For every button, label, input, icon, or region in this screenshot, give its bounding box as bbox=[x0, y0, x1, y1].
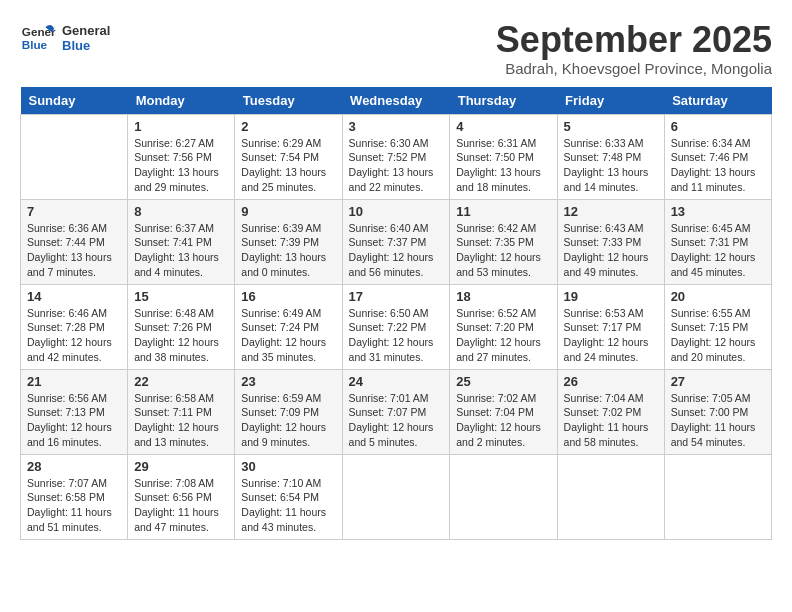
day-header-saturday: Saturday bbox=[664, 87, 771, 115]
calendar-cell: 21Sunrise: 6:56 AMSunset: 7:13 PMDayligh… bbox=[21, 369, 128, 454]
calendar-cell: 1Sunrise: 6:27 AMSunset: 7:56 PMDaylight… bbox=[128, 114, 235, 199]
date-number: 6 bbox=[671, 119, 765, 134]
calendar-cell bbox=[342, 454, 450, 539]
calendar-cell bbox=[557, 454, 664, 539]
date-number: 19 bbox=[564, 289, 658, 304]
cell-info: Sunrise: 7:10 AMSunset: 6:54 PMDaylight:… bbox=[241, 476, 335, 535]
logo-general: General bbox=[62, 23, 110, 38]
cell-info: Sunrise: 7:07 AMSunset: 6:58 PMDaylight:… bbox=[27, 476, 121, 535]
date-number: 26 bbox=[564, 374, 658, 389]
cell-info: Sunrise: 6:37 AMSunset: 7:41 PMDaylight:… bbox=[134, 221, 228, 280]
day-header-monday: Monday bbox=[128, 87, 235, 115]
month-title: September 2025 bbox=[496, 20, 772, 60]
cell-info: Sunrise: 6:55 AMSunset: 7:15 PMDaylight:… bbox=[671, 306, 765, 365]
cell-info: Sunrise: 6:31 AMSunset: 7:50 PMDaylight:… bbox=[456, 136, 550, 195]
date-number: 12 bbox=[564, 204, 658, 219]
day-header-wednesday: Wednesday bbox=[342, 87, 450, 115]
calendar-cell: 27Sunrise: 7:05 AMSunset: 7:00 PMDayligh… bbox=[664, 369, 771, 454]
date-number: 29 bbox=[134, 459, 228, 474]
calendar-table: SundayMondayTuesdayWednesdayThursdayFrid… bbox=[20, 87, 772, 540]
week-row-5: 28Sunrise: 7:07 AMSunset: 6:58 PMDayligh… bbox=[21, 454, 772, 539]
date-number: 11 bbox=[456, 204, 550, 219]
date-number: 24 bbox=[349, 374, 444, 389]
cell-info: Sunrise: 6:58 AMSunset: 7:11 PMDaylight:… bbox=[134, 391, 228, 450]
page-header: General Blue General Blue September 2025… bbox=[20, 20, 772, 77]
calendar-cell bbox=[664, 454, 771, 539]
calendar-cell: 24Sunrise: 7:01 AMSunset: 7:07 PMDayligh… bbox=[342, 369, 450, 454]
date-number: 16 bbox=[241, 289, 335, 304]
calendar-cell: 15Sunrise: 6:48 AMSunset: 7:26 PMDayligh… bbox=[128, 284, 235, 369]
cell-info: Sunrise: 6:49 AMSunset: 7:24 PMDaylight:… bbox=[241, 306, 335, 365]
cell-info: Sunrise: 6:36 AMSunset: 7:44 PMDaylight:… bbox=[27, 221, 121, 280]
date-number: 15 bbox=[134, 289, 228, 304]
calendar-cell: 9Sunrise: 6:39 AMSunset: 7:39 PMDaylight… bbox=[235, 199, 342, 284]
cell-info: Sunrise: 7:02 AMSunset: 7:04 PMDaylight:… bbox=[456, 391, 550, 450]
day-header-friday: Friday bbox=[557, 87, 664, 115]
calendar-cell: 4Sunrise: 6:31 AMSunset: 7:50 PMDaylight… bbox=[450, 114, 557, 199]
date-number: 20 bbox=[671, 289, 765, 304]
cell-info: Sunrise: 7:05 AMSunset: 7:00 PMDaylight:… bbox=[671, 391, 765, 450]
calendar-cell: 6Sunrise: 6:34 AMSunset: 7:46 PMDaylight… bbox=[664, 114, 771, 199]
cell-info: Sunrise: 7:04 AMSunset: 7:02 PMDaylight:… bbox=[564, 391, 658, 450]
week-row-2: 7Sunrise: 6:36 AMSunset: 7:44 PMDaylight… bbox=[21, 199, 772, 284]
date-number: 10 bbox=[349, 204, 444, 219]
date-number: 21 bbox=[27, 374, 121, 389]
calendar-cell: 8Sunrise: 6:37 AMSunset: 7:41 PMDaylight… bbox=[128, 199, 235, 284]
date-number: 27 bbox=[671, 374, 765, 389]
date-number: 17 bbox=[349, 289, 444, 304]
day-header-sunday: Sunday bbox=[21, 87, 128, 115]
calendar-cell: 13Sunrise: 6:45 AMSunset: 7:31 PMDayligh… bbox=[664, 199, 771, 284]
calendar-cell: 26Sunrise: 7:04 AMSunset: 7:02 PMDayligh… bbox=[557, 369, 664, 454]
cell-info: Sunrise: 6:42 AMSunset: 7:35 PMDaylight:… bbox=[456, 221, 550, 280]
cell-info: Sunrise: 6:29 AMSunset: 7:54 PMDaylight:… bbox=[241, 136, 335, 195]
cell-info: Sunrise: 6:59 AMSunset: 7:09 PMDaylight:… bbox=[241, 391, 335, 450]
cell-info: Sunrise: 6:30 AMSunset: 7:52 PMDaylight:… bbox=[349, 136, 444, 195]
cell-info: Sunrise: 6:56 AMSunset: 7:13 PMDaylight:… bbox=[27, 391, 121, 450]
date-number: 25 bbox=[456, 374, 550, 389]
calendar-cell: 7Sunrise: 6:36 AMSunset: 7:44 PMDaylight… bbox=[21, 199, 128, 284]
calendar-cell: 20Sunrise: 6:55 AMSunset: 7:15 PMDayligh… bbox=[664, 284, 771, 369]
calendar-cell: 29Sunrise: 7:08 AMSunset: 6:56 PMDayligh… bbox=[128, 454, 235, 539]
logo-icon: General Blue bbox=[20, 20, 56, 56]
week-row-4: 21Sunrise: 6:56 AMSunset: 7:13 PMDayligh… bbox=[21, 369, 772, 454]
day-header-tuesday: Tuesday bbox=[235, 87, 342, 115]
date-number: 5 bbox=[564, 119, 658, 134]
date-number: 3 bbox=[349, 119, 444, 134]
calendar-cell: 30Sunrise: 7:10 AMSunset: 6:54 PMDayligh… bbox=[235, 454, 342, 539]
week-row-1: 1Sunrise: 6:27 AMSunset: 7:56 PMDaylight… bbox=[21, 114, 772, 199]
calendar-cell: 5Sunrise: 6:33 AMSunset: 7:48 PMDaylight… bbox=[557, 114, 664, 199]
header-row: SundayMondayTuesdayWednesdayThursdayFrid… bbox=[21, 87, 772, 115]
calendar-cell bbox=[21, 114, 128, 199]
cell-info: Sunrise: 6:34 AMSunset: 7:46 PMDaylight:… bbox=[671, 136, 765, 195]
cell-info: Sunrise: 6:33 AMSunset: 7:48 PMDaylight:… bbox=[564, 136, 658, 195]
cell-info: Sunrise: 6:46 AMSunset: 7:28 PMDaylight:… bbox=[27, 306, 121, 365]
calendar-cell: 19Sunrise: 6:53 AMSunset: 7:17 PMDayligh… bbox=[557, 284, 664, 369]
cell-info: Sunrise: 6:48 AMSunset: 7:26 PMDaylight:… bbox=[134, 306, 228, 365]
title-section: September 2025 Badrah, Khoevsgoel Provin… bbox=[496, 20, 772, 77]
date-number: 22 bbox=[134, 374, 228, 389]
cell-info: Sunrise: 6:43 AMSunset: 7:33 PMDaylight:… bbox=[564, 221, 658, 280]
date-number: 13 bbox=[671, 204, 765, 219]
date-number: 1 bbox=[134, 119, 228, 134]
date-number: 7 bbox=[27, 204, 121, 219]
calendar-cell: 11Sunrise: 6:42 AMSunset: 7:35 PMDayligh… bbox=[450, 199, 557, 284]
date-number: 23 bbox=[241, 374, 335, 389]
calendar-cell: 18Sunrise: 6:52 AMSunset: 7:20 PMDayligh… bbox=[450, 284, 557, 369]
date-number: 9 bbox=[241, 204, 335, 219]
calendar-cell: 17Sunrise: 6:50 AMSunset: 7:22 PMDayligh… bbox=[342, 284, 450, 369]
week-row-3: 14Sunrise: 6:46 AMSunset: 7:28 PMDayligh… bbox=[21, 284, 772, 369]
cell-info: Sunrise: 6:53 AMSunset: 7:17 PMDaylight:… bbox=[564, 306, 658, 365]
date-number: 8 bbox=[134, 204, 228, 219]
cell-info: Sunrise: 6:52 AMSunset: 7:20 PMDaylight:… bbox=[456, 306, 550, 365]
cell-info: Sunrise: 7:01 AMSunset: 7:07 PMDaylight:… bbox=[349, 391, 444, 450]
calendar-cell: 28Sunrise: 7:07 AMSunset: 6:58 PMDayligh… bbox=[21, 454, 128, 539]
location-subtitle: Badrah, Khoevsgoel Province, Mongolia bbox=[496, 60, 772, 77]
calendar-cell: 12Sunrise: 6:43 AMSunset: 7:33 PMDayligh… bbox=[557, 199, 664, 284]
cell-info: Sunrise: 6:39 AMSunset: 7:39 PMDaylight:… bbox=[241, 221, 335, 280]
svg-text:Blue: Blue bbox=[22, 38, 48, 51]
calendar-cell: 2Sunrise: 6:29 AMSunset: 7:54 PMDaylight… bbox=[235, 114, 342, 199]
cell-info: Sunrise: 6:40 AMSunset: 7:37 PMDaylight:… bbox=[349, 221, 444, 280]
cell-info: Sunrise: 6:27 AMSunset: 7:56 PMDaylight:… bbox=[134, 136, 228, 195]
calendar-cell: 25Sunrise: 7:02 AMSunset: 7:04 PMDayligh… bbox=[450, 369, 557, 454]
day-header-thursday: Thursday bbox=[450, 87, 557, 115]
